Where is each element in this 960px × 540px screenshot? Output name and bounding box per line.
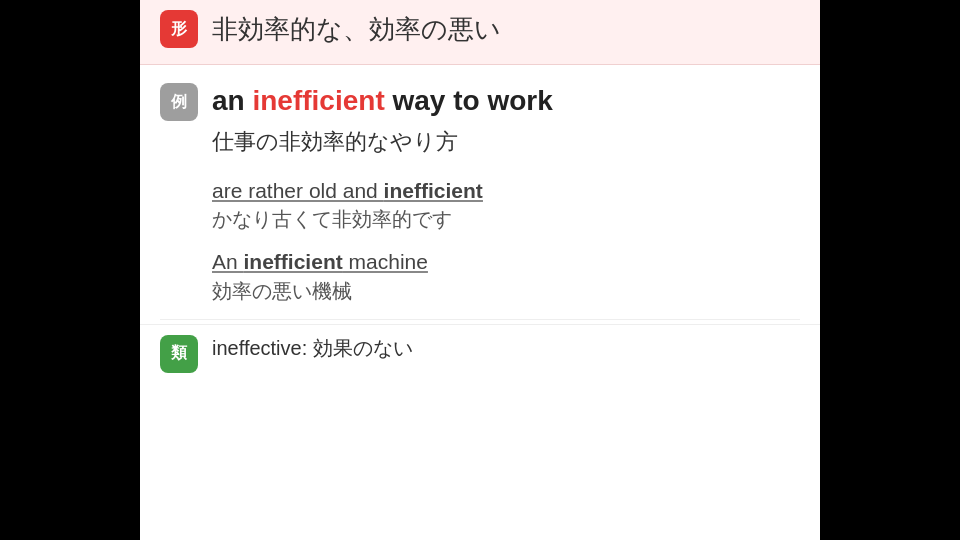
examples-section: 例 an inefficient way to work 仕事の非効率的なやり方… xyxy=(140,65,820,305)
section-divider xyxy=(160,319,800,320)
word-type-section: 形 非効率的な、効率の悪い xyxy=(140,0,820,65)
sub-example-2-japanese: 効率の悪い機械 xyxy=(212,277,800,305)
primary-example-before: an xyxy=(212,85,252,116)
sub-example-2-before: An xyxy=(212,250,244,273)
primary-example-row: 例 an inefficient way to work xyxy=(160,83,800,121)
example-badge: 例 xyxy=(160,83,198,121)
primary-example-japanese: 仕事の非効率的なやり方 xyxy=(212,127,800,158)
related-text: ineffective: 効果のない xyxy=(212,335,413,362)
sub-example-1[interactable]: are rather old and inefficient かなり古くて非効率… xyxy=(212,176,800,233)
sub-example-2-highlight: inefficient xyxy=(244,250,343,273)
sub-example-1-japanese: かなり古くて非効率的です xyxy=(212,205,800,233)
sub-example-1-english: are rather old and inefficient xyxy=(212,176,800,205)
primary-example-highlight: inefficient xyxy=(252,85,384,116)
word-definition: 非効率的な、効率の悪い xyxy=(212,12,501,47)
word-type-badge: 形 xyxy=(160,10,198,48)
sub-example-1-before: are rather old and xyxy=(212,179,384,202)
sub-example-2-english: An inefficient machine xyxy=(212,247,800,276)
sub-example-1-highlight: inefficient xyxy=(384,179,483,202)
sub-example-2[interactable]: An inefficient machine 効率の悪い機械 xyxy=(212,247,800,304)
related-section: 類 ineffective: 効果のない xyxy=(140,324,820,383)
related-badge: 類 xyxy=(160,335,198,373)
primary-example-english: an inefficient way to work xyxy=(212,83,553,119)
sub-example-2-after: machine xyxy=(343,250,428,273)
primary-example-after: way to work xyxy=(385,85,553,116)
